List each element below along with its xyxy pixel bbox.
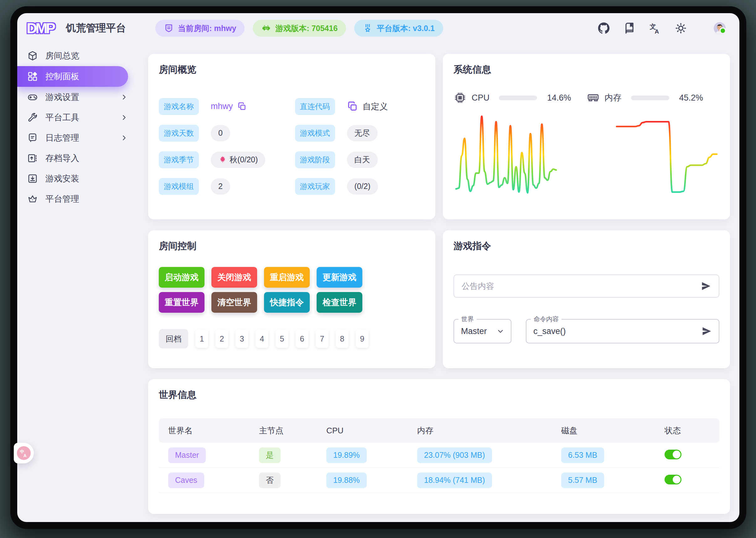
badge-label: 平台版本: v3.0.1 bbox=[377, 23, 435, 33]
theme-sun-icon[interactable] bbox=[675, 22, 687, 34]
translate-fab[interactable]: 中A bbox=[14, 443, 34, 463]
log-file-icon bbox=[27, 133, 38, 143]
cpu-percent: 14.6% bbox=[547, 93, 571, 103]
badge-label: 游戏版本: 705416 bbox=[275, 23, 338, 33]
system-info-card: 系统信息 CPU 14.6% 内存 45.2% bbox=[443, 54, 730, 219]
game-version-badge: 游戏版本: 705416 bbox=[253, 20, 346, 37]
status-toggle[interactable] bbox=[665, 450, 681, 459]
card-title: 房间概览 bbox=[159, 63, 425, 76]
command-input-box: 命令内容 bbox=[526, 319, 719, 344]
master-node-badge: 否 bbox=[259, 472, 280, 488]
maple-leaf-icon bbox=[218, 155, 227, 164]
field-game-phase: 游戏阶段 白天 bbox=[295, 146, 425, 173]
room-control-card: 房间控制 启动游戏 关闭游戏 重启游戏 更新游戏 重置世界 清空世界 快捷指令 … bbox=[148, 230, 435, 368]
world-select[interactable]: 世界 Master bbox=[453, 319, 511, 344]
sidebar-item-save-import[interactable]: 存档导入 bbox=[17, 148, 146, 168]
memory-badge: 18.94% (741 MB) bbox=[417, 472, 492, 488]
archive-slot-6[interactable]: 6 bbox=[296, 330, 309, 348]
world-info-card: 世界信息 世界名 主节点 CPU 内存 磁盘 状态 Master 是 19.89… bbox=[148, 379, 730, 514]
cpu-chart-container bbox=[453, 114, 586, 198]
sidebar-item-game-settings[interactable]: 游戏设置 bbox=[17, 87, 146, 107]
chevron-right-icon bbox=[121, 94, 127, 101]
field-label: 直连代码 bbox=[295, 98, 335, 115]
overview-grid: 游戏名称 mhwy 游戏天数 0 游戏季节 秋 bbox=[159, 93, 425, 199]
memory-gauge: 内存 45.2% bbox=[586, 91, 720, 104]
sidebar-item-platform-tools[interactable]: 平台工具 bbox=[17, 107, 146, 128]
sidebar-item-control-panel[interactable]: 控制面板 bbox=[17, 66, 128, 87]
col-world-name: 世界名 bbox=[168, 425, 259, 436]
send-announcement-icon[interactable] bbox=[701, 281, 711, 292]
docs-book-icon[interactable] bbox=[624, 22, 635, 34]
archive-slot-3[interactable]: 3 bbox=[235, 330, 248, 348]
disk-badge: 5.57 MB bbox=[561, 472, 604, 488]
clear-world-button[interactable]: 清空世界 bbox=[211, 292, 257, 313]
archive-slot-4[interactable]: 4 bbox=[256, 330, 268, 348]
chevron-right-icon bbox=[121, 134, 127, 141]
sidebar-item-label: 存档导入 bbox=[45, 153, 79, 164]
translate-icon[interactable]: 文A bbox=[649, 22, 661, 34]
season-text: 秋(0/20) bbox=[229, 154, 258, 165]
current-room-badge: 当前房间: mhwy bbox=[155, 20, 245, 37]
archive-slot-1[interactable]: 1 bbox=[195, 330, 208, 348]
sidebar-item-game-install[interactable]: 游戏安装 bbox=[17, 169, 146, 188]
import-icon bbox=[27, 153, 38, 164]
command-input[interactable] bbox=[533, 327, 701, 336]
status-toggle[interactable] bbox=[665, 475, 681, 484]
update-game-button[interactable]: 更新游戏 bbox=[317, 267, 362, 288]
sidebar-item-label: 平台工具 bbox=[45, 112, 79, 123]
col-disk: 磁盘 bbox=[561, 425, 665, 436]
field-game-mods: 游戏模组 2 bbox=[159, 173, 289, 199]
header-badges: 当前房间: mhwy 游戏版本: 705416 平台版本: v3.0.1 bbox=[155, 20, 443, 37]
start-game-button[interactable]: 启动游戏 bbox=[159, 267, 205, 288]
game-mods-value: 2 bbox=[211, 178, 230, 194]
game-phase-value: 白天 bbox=[347, 152, 378, 168]
archive-slot-7[interactable]: 7 bbox=[316, 330, 328, 348]
app-title: 饥荒管理平台 bbox=[66, 21, 126, 35]
field-label: 游戏模组 bbox=[159, 178, 199, 195]
restart-game-button[interactable]: 重启游戏 bbox=[264, 267, 310, 288]
sidebar-item-label: 日志管理 bbox=[45, 132, 79, 143]
github-icon[interactable] bbox=[598, 22, 610, 34]
system-gauges: CPU 14.6% 内存 45.2% bbox=[453, 91, 719, 104]
game-name-text: mhwy bbox=[211, 101, 233, 111]
copy-icon[interactable] bbox=[347, 101, 358, 112]
archive-slot-5[interactable]: 5 bbox=[276, 330, 288, 348]
cpu-badge: 19.89% bbox=[326, 448, 367, 463]
memory-chart-container bbox=[586, 114, 720, 198]
sidebar-item-platform-admin[interactable]: 平台管理 bbox=[17, 189, 146, 209]
send-command-icon[interactable] bbox=[701, 326, 712, 337]
table-header: 世界名 主节点 CPU 内存 磁盘 状态 bbox=[159, 418, 719, 443]
field-label: 游戏玩家 bbox=[295, 178, 335, 195]
field-label: 游戏模式 bbox=[295, 125, 335, 142]
archive-slot-8[interactable]: 8 bbox=[336, 330, 349, 348]
field-label: 游戏名称 bbox=[159, 98, 199, 115]
cpu-sparkline-chart bbox=[453, 114, 559, 198]
copy-icon[interactable] bbox=[237, 102, 247, 111]
svg-text:A: A bbox=[655, 28, 659, 34]
sidebar-item-room-overview[interactable]: 房间总览 bbox=[17, 46, 146, 66]
game-commands-card: 游戏指令 世界 Master 命令内容 bbox=[443, 230, 730, 368]
archive-slot-9[interactable]: 9 bbox=[356, 330, 369, 348]
control-buttons: 启动游戏 关闭游戏 重启游戏 更新游戏 重置世界 清空世界 快捷指令 检查世界 bbox=[159, 267, 362, 313]
stop-game-button[interactable]: 关闭游戏 bbox=[211, 267, 257, 288]
announcement-input[interactable] bbox=[462, 281, 701, 291]
cpu-badge: 19.88% bbox=[326, 472, 367, 488]
field-game-players: 游戏玩家 (0/2) bbox=[295, 173, 425, 199]
reset-world-button[interactable]: 重置世界 bbox=[159, 292, 205, 313]
card-title: 系统信息 bbox=[453, 63, 719, 76]
user-avatar[interactable] bbox=[714, 22, 726, 34]
main-content: 房间概览 游戏名称 mhwy 游戏天数 0 游戏季节 bbox=[146, 43, 739, 522]
quick-command-button[interactable]: 快捷指令 bbox=[264, 292, 310, 313]
game-mode-value: 无尽 bbox=[347, 125, 378, 141]
sidebar-item-label: 房间总览 bbox=[45, 50, 79, 61]
memory-progress-track bbox=[631, 95, 669, 100]
header-actions: 文A bbox=[598, 22, 726, 34]
sidebar-item-log-management[interactable]: 日志管理 bbox=[17, 128, 146, 148]
memory-percent: 45.2% bbox=[679, 93, 703, 103]
rollback-button[interactable]: 回档 bbox=[159, 329, 188, 349]
room-overview-card: 房间概览 游戏名称 mhwy 游戏天数 0 游戏季节 bbox=[148, 54, 435, 219]
check-world-button[interactable]: 检查世界 bbox=[317, 292, 362, 313]
archive-slot-2[interactable]: 2 bbox=[216, 330, 228, 348]
command-row: 世界 Master 命令内容 bbox=[453, 319, 719, 344]
world-select-label: 世界 bbox=[459, 315, 477, 323]
